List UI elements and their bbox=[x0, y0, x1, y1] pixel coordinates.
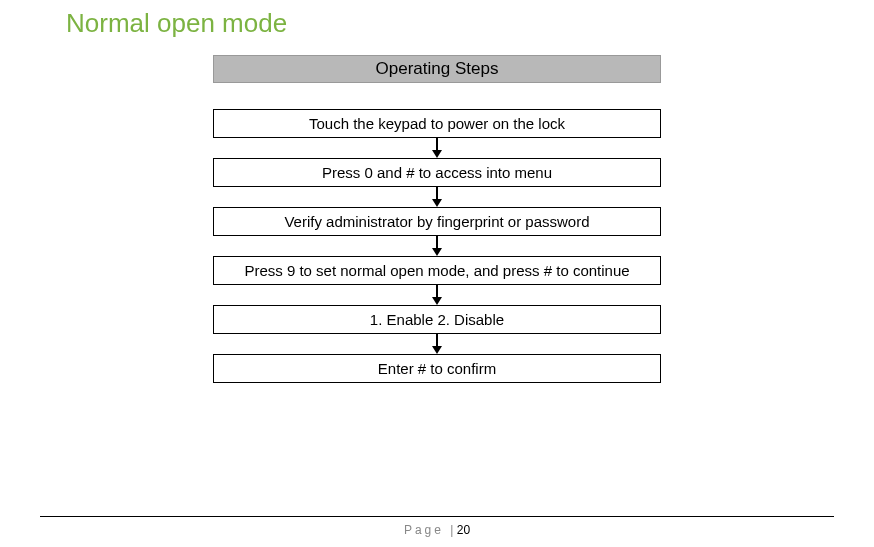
arrow-down-icon bbox=[432, 187, 442, 207]
step-box: Enter # to confirm bbox=[213, 354, 661, 383]
step-box: Press 9 to set normal open mode, and pre… bbox=[213, 256, 661, 285]
page-footer: Page | 20 bbox=[0, 516, 874, 537]
arrow-down-icon bbox=[432, 236, 442, 256]
step-box: Verify administrator by fingerprint or p… bbox=[213, 207, 661, 236]
step-box: 1. Enable 2. Disable bbox=[213, 305, 661, 334]
step-box: Touch the keypad to power on the lock bbox=[213, 109, 661, 138]
section-title: Normal open mode bbox=[0, 0, 874, 39]
arrow-down-icon bbox=[432, 285, 442, 305]
step-box: Press 0 and # to access into menu bbox=[213, 158, 661, 187]
page-number: 20 bbox=[457, 523, 470, 537]
content-area: Operating Steps Touch the keypad to powe… bbox=[0, 39, 874, 383]
operating-steps-header: Operating Steps bbox=[213, 55, 661, 83]
arrow-down-icon bbox=[432, 334, 442, 354]
arrow-down-icon bbox=[432, 138, 442, 158]
footer-rule bbox=[40, 516, 834, 517]
page-label: Page bbox=[404, 523, 450, 537]
